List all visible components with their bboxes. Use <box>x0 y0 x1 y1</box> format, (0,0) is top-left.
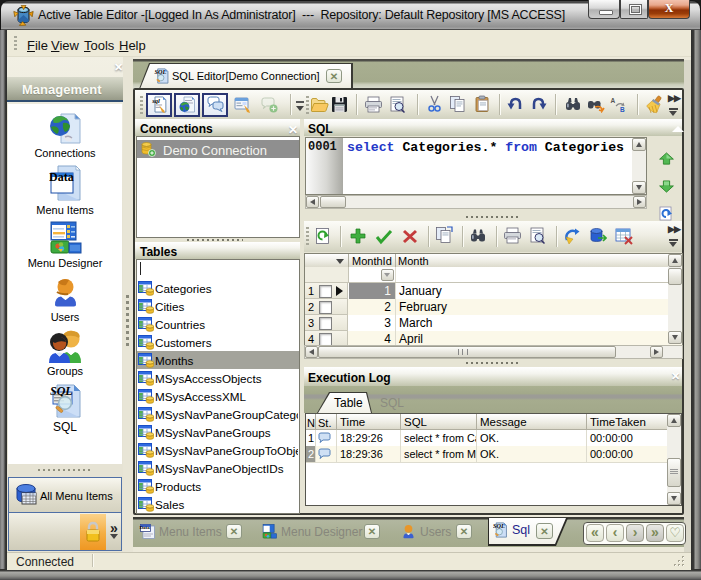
svg-text:sql: sql <box>151 97 160 104</box>
svg-text:A: A <box>611 97 616 104</box>
svg-text:SQL: SQL <box>50 384 73 398</box>
svg-text:SQL: SQL <box>155 68 167 75</box>
svg-text:Data: Data <box>49 170 74 184</box>
svg-text:B: B <box>620 106 625 113</box>
svg-text:SQL: SQL <box>493 522 505 529</box>
svg-text:Data: Data <box>140 525 151 530</box>
